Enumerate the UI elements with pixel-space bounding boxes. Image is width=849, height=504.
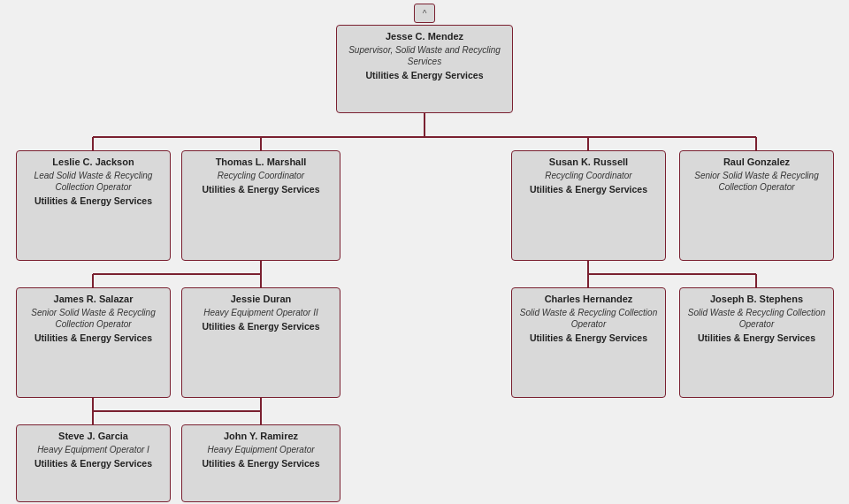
- node-joseph-stephens: Joseph B. Stephens Solid Waste & Recycli…: [679, 287, 834, 398]
- node-thomas-marshall: Thomas L. Marshall Recycling Coordinator…: [181, 150, 340, 261]
- name-leslie: Leslie C. Jackson: [24, 157, 163, 167]
- node-jessie-duran: Jessie Duran Heavy Equipment Operator II…: [181, 287, 340, 398]
- dept-jessie: Utilities & Energy Services: [189, 321, 333, 333]
- root-title: Supervisor, Solid Waste and Recycling Se…: [344, 44, 505, 67]
- title-leslie: Lead Solid Waste & Recycling Collection …: [24, 170, 163, 193]
- root-dept: Utilities & Energy Services: [344, 70, 505, 82]
- node-raul-gonzalez: Raul Gonzalez Senior Solid Waste & Recyc…: [679, 150, 834, 261]
- org-chart: ^ Jesse C. Mendez Supervisor, Solid Wast…: [9, 0, 840, 491]
- dept-charles: Utilities & Energy Services: [519, 332, 658, 345]
- name-raul: Raul Gonzalez: [687, 157, 826, 167]
- name-john: John Y. Ramirez: [189, 431, 333, 441]
- node-james-salazar: James R. Salazar Senior Solid Waste & Re…: [16, 287, 171, 398]
- name-jessie: Jessie Duran: [189, 294, 333, 304]
- node-susan-russell: Susan K. Russell Recycling Coordinator U…: [511, 150, 666, 261]
- dept-james: Utilities & Energy Services: [24, 332, 163, 345]
- node-steve-garcia: Steve J. Garcia Heavy Equipment Operator…: [16, 424, 171, 502]
- dept-steve: Utilities & Energy Services: [24, 458, 163, 470]
- dept-joseph: Utilities & Energy Services: [687, 332, 826, 345]
- title-joseph: Solid Waste & Recycling Collection Opera…: [687, 307, 826, 330]
- name-james: James R. Salazar: [24, 294, 163, 304]
- node-charles-hernandez: Charles Hernandez Solid Waste & Recyclin…: [511, 287, 666, 398]
- name-joseph: Joseph B. Stephens: [687, 294, 826, 304]
- title-john: Heavy Equipment Operator: [189, 444, 333, 455]
- node-john-ramirez: John Y. Ramirez Heavy Equipment Operator…: [181, 424, 340, 502]
- title-raul: Senior Solid Waste & Recycling Collectio…: [687, 170, 826, 193]
- title-steve: Heavy Equipment Operator I: [24, 444, 163, 455]
- name-charles: Charles Hernandez: [519, 294, 658, 304]
- dept-thomas: Utilities & Energy Services: [189, 184, 333, 196]
- title-thomas: Recycling Coordinator: [189, 170, 333, 181]
- name-susan: Susan K. Russell: [519, 157, 658, 167]
- dept-leslie: Utilities & Energy Services: [24, 195, 163, 208]
- node-leslie-jackson: Leslie C. Jackson Lead Solid Waste & Rec…: [16, 150, 171, 261]
- name-steve: Steve J. Garcia: [24, 431, 163, 441]
- root-node: Jesse C. Mendez Supervisor, Solid Waste …: [336, 25, 513, 113]
- dept-john: Utilities & Energy Services: [189, 458, 333, 470]
- up-arrow-icon: ^: [423, 9, 427, 19]
- top-connector-icon: ^: [414, 4, 435, 23]
- root-name: Jesse C. Mendez: [344, 31, 505, 42]
- dept-susan: Utilities & Energy Services: [519, 184, 658, 196]
- title-susan: Recycling Coordinator: [519, 170, 658, 181]
- name-thomas: Thomas L. Marshall: [189, 157, 333, 167]
- title-jessie: Heavy Equipment Operator II: [189, 307, 333, 318]
- title-james: Senior Solid Waste & Recycling Collectio…: [24, 307, 163, 330]
- title-charles: Solid Waste & Recycling Collection Opera…: [519, 307, 658, 330]
